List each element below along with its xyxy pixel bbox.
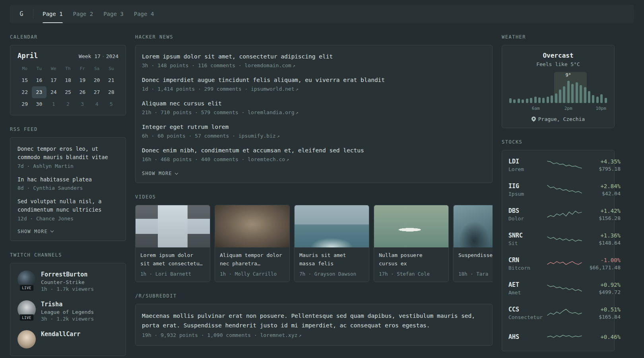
- news-domain-link[interactable]: ipsumworld.net: [251, 86, 295, 92]
- tab-page-4[interactable]: Page 4: [134, 5, 154, 23]
- calendar-day[interactable]: 28: [104, 86, 118, 98]
- weather-bar: [605, 98, 607, 103]
- twitch-channel-row[interactable]: KendallCarr: [17, 330, 118, 348]
- rss-show-more-button[interactable]: SHOW MORE: [17, 229, 53, 234]
- calendar-day[interactable]: 24: [47, 86, 61, 98]
- news-item-title[interactable]: Aliquam nec cursus elit: [142, 99, 486, 108]
- video-title: Nullam posuere cursus ex: [379, 251, 444, 268]
- video-card[interactable]: Mauris sit amet massa felis7h · Grayson …: [294, 205, 369, 282]
- news-domain-link[interactable]: loremdomain.com: [244, 62, 291, 68]
- calendar-day[interactable]: 27: [89, 86, 104, 98]
- stock-row[interactable]: AETAmet+0.92%$499.72: [508, 276, 608, 301]
- stock-sparkline: [547, 233, 582, 245]
- weather-bar: [542, 98, 545, 103]
- stock-row[interactable]: IIGIpsum+2.84%$42.04: [508, 177, 608, 202]
- rss-item[interactable]: Donec tempor eros leo, ut commodo mauris…: [17, 145, 118, 169]
- hackernews-widget-title: HACKER NEWS: [135, 34, 493, 40]
- weather-bar: [563, 86, 565, 103]
- subreddit-widget: /R/SUBREDDIT Maecenas mollis pulvinar er…: [135, 293, 493, 346]
- nav-divider: [33, 9, 33, 19]
- news-domain-link[interactable]: loremlandia.org: [248, 109, 294, 115]
- external-link-icon: ↗: [299, 333, 301, 338]
- news-item-meta: 16h · 468 points · 440 comments · loremt…: [142, 156, 486, 162]
- weather-condition: Overcast: [509, 52, 607, 59]
- weather-time-label: 6am: [532, 106, 540, 111]
- tab-page-2[interactable]: Page 2: [73, 5, 93, 23]
- weather-bar: [518, 99, 520, 103]
- news-meta-text: 6h · 60 points · 57 comments ·: [142, 133, 239, 139]
- video-carousel: Lorem ipsum dolor sit amet consectetu…1h…: [135, 205, 493, 282]
- left-column: CALENDAR April Week 17·2024 MoTuWeThFrSa…: [10, 34, 126, 358]
- calendar-day[interactable]: 5: [104, 98, 118, 110]
- news-item-title[interactable]: Integer eget rutrum lorem: [142, 123, 486, 131]
- stock-identity: DBSDolor: [508, 207, 547, 222]
- calendar-day[interactable]: 29: [17, 98, 32, 110]
- video-card[interactable]: Suspendisse diam18h · Tara: [453, 205, 493, 282]
- stock-name: Bitcorn: [508, 265, 547, 271]
- calendar-day[interactable]: 20: [89, 74, 104, 86]
- hackernews-card: Lorem ipsum dolor sit amet, consectetur …: [135, 45, 493, 183]
- calendar-day[interactable]: 25: [61, 86, 75, 98]
- news-item-title[interactable]: Donec imperdiet augue tincidunt felis al…: [142, 76, 486, 84]
- calendar-day[interactable]: 2: [61, 98, 75, 110]
- calendar-day[interactable]: 3: [75, 98, 89, 110]
- weather-bar: [596, 97, 599, 103]
- stock-row[interactable]: DBSDolor+1.42%$156.28: [508, 202, 608, 227]
- calendar-day[interactable]: 18: [61, 74, 75, 86]
- stocks-widget: STOCKS LDILorem+4.35%$795.18IIGIpsum+2.8…: [502, 139, 615, 351]
- stock-row[interactable]: CRNBitcorn-1.00%$66,171.48: [508, 251, 608, 276]
- weather-location[interactable]: Prague, Czechia: [509, 116, 607, 122]
- calendar-day[interactable]: 15: [17, 74, 32, 86]
- twitch-channel-row[interactable]: LIVETrishaLeague of Legends3h · 1.2k vie…: [17, 300, 118, 322]
- channel-avatar: [17, 330, 36, 348]
- stock-row[interactable]: AHS+0.46%: [508, 325, 608, 348]
- stock-row[interactable]: LDILorem+4.35%$795.18: [508, 153, 608, 177]
- calendar-day[interactable]: 26: [75, 86, 89, 98]
- tab-page-1[interactable]: Page 1: [43, 5, 63, 23]
- calendar-day-selected[interactable]: 23: [32, 86, 46, 98]
- calendar-day[interactable]: 21: [104, 74, 118, 86]
- stock-row[interactable]: SNRCSit+1.36%$148.64: [508, 227, 608, 251]
- calendar-day[interactable]: 1: [47, 98, 61, 110]
- weather-bar: [559, 90, 561, 103]
- hackernews-item: Donec imperdiet augue tincidunt felis al…: [142, 76, 486, 92]
- tab-page-3[interactable]: Page 3: [103, 5, 124, 23]
- stock-name: Consectetur: [508, 314, 547, 320]
- app-logo[interactable]: G: [10, 10, 33, 18]
- hackernews-show-more-button[interactable]: SHOW MORE: [142, 171, 178, 176]
- stock-row[interactable]: CCSConsectetur+0.51%$165.84: [508, 301, 608, 325]
- calendar-day[interactable]: 30: [32, 98, 46, 110]
- stock-sparkline: [547, 307, 582, 319]
- video-card[interactable]: Lorem ipsum dolor sit amet consectetu…1h…: [135, 205, 210, 282]
- weather-bar: [567, 81, 570, 103]
- news-item-meta: 6h · 60 points · 57 comments · ipsumify.…: [142, 133, 486, 139]
- news-item-title[interactable]: Lorem ipsum dolor sit amet, consectetur …: [142, 53, 486, 61]
- stock-identity: CCSConsectetur: [508, 306, 547, 320]
- video-card[interactable]: Aliquam tempor dolor nec pharetra…1h · M…: [215, 205, 290, 282]
- calendar-day[interactable]: 22: [17, 86, 32, 98]
- calendar-day[interactable]: 19: [75, 74, 89, 86]
- stock-change: +1.42%: [582, 208, 621, 214]
- twitch-channel-row[interactable]: LIVEForrestBurtonCounter-Strike1h · 1.7k…: [17, 270, 118, 292]
- news-domain-link[interactable]: ipsumify.biz: [239, 133, 276, 139]
- stock-change: +2.84%: [582, 183, 621, 189]
- calendar-day[interactable]: 4: [89, 98, 104, 110]
- video-card[interactable]: Nullam posuere cursus ex17h · Stefan Col…: [374, 205, 449, 282]
- rss-item[interactable]: Sed volutpat nulla nisl, a condimentum n…: [17, 197, 118, 222]
- weather-bar: [551, 95, 553, 103]
- rss-item[interactable]: In hac habitasse platea8d · Cynthia Saun…: [17, 175, 118, 191]
- calendar-week-year: Week 17·2024: [79, 53, 118, 59]
- center-column: HACKER NEWS Lorem ipsum dolor sit amet, …: [135, 34, 493, 357]
- post-body[interactable]: Maecenas mollis pulvinar erat non posuer…: [142, 311, 486, 331]
- calendar-day[interactable]: 16: [32, 74, 46, 86]
- stock-values: +4.35%$795.18: [582, 158, 621, 172]
- live-badge: LIVE: [19, 284, 34, 292]
- news-domain-link[interactable]: loremtech.co: [248, 156, 285, 162]
- stock-price: $165.84: [582, 314, 621, 320]
- news-item-title[interactable]: Donec enim nibh, condimentum et accumsan…: [142, 146, 486, 155]
- external-link-icon: ↗: [277, 133, 280, 139]
- video-card-body: Mauris sit amet massa felis7h · Grayson …: [295, 247, 369, 282]
- post-domain-link[interactable]: loremnet.xyz: [260, 332, 297, 338]
- weather-bar: [509, 98, 512, 103]
- calendar-day[interactable]: 17: [47, 74, 61, 86]
